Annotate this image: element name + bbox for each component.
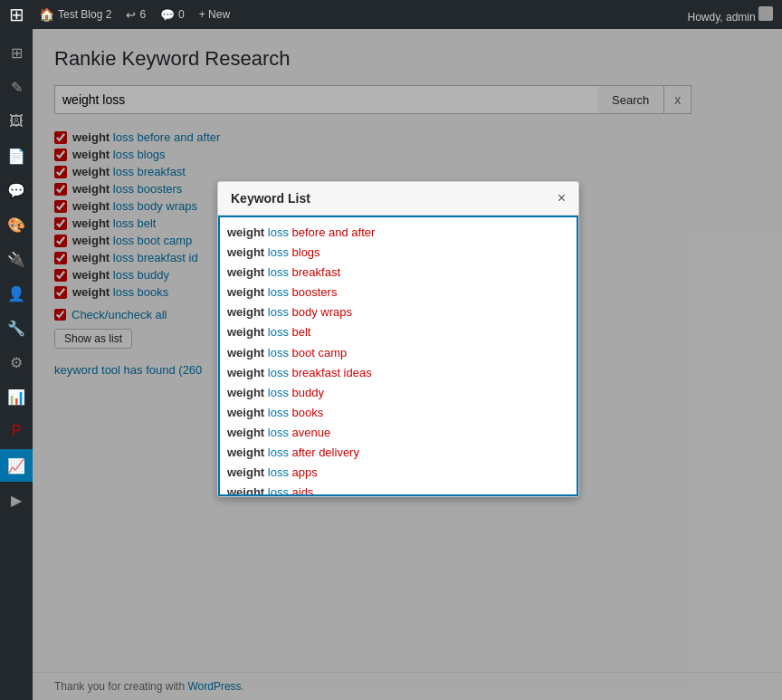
modal-keyword-item-8: weight loss buddy — [227, 383, 569, 403]
modal-keyword-item-1: weight loss blogs — [227, 243, 569, 263]
site-name-bar-item[interactable]: 🏠 Test Blog 2 — [39, 7, 111, 22]
modal-keyword-item-0: weight loss before and after — [227, 223, 569, 243]
modal-keyword-item-3: weight loss boosters — [227, 283, 569, 302]
howdy-text: Howdy, admin — [688, 11, 756, 24]
modal-keyword-item-12: weight loss apps — [227, 463, 569, 483]
sidebar-icon-seo[interactable]: 📊 — [0, 380, 33, 413]
modal-body: weight loss before and afterweight loss … — [218, 216, 578, 496]
comments-bar-item[interactable]: 💬 0 — [160, 8, 185, 22]
new-bar-item[interactable]: + New — [199, 8, 230, 21]
modal-keyword-item-6: weight loss boot camp — [227, 343, 569, 363]
revisions-bar-item[interactable]: ↩ 6 — [126, 8, 146, 22]
modal-keyword-item-11: weight loss after delivery — [227, 443, 569, 463]
sidebar-icon-pinterest[interactable]: P — [0, 415, 33, 447]
modal-keyword-item-7: weight loss breakfast ideas — [227, 363, 569, 383]
sidebar-icon-users[interactable]: 👤 — [0, 277, 33, 310]
modal-keyword-item-2: weight loss breakfast — [227, 263, 569, 283]
revisions-count: 6 — [139, 8, 146, 21]
wp-logo-icon[interactable]: ⊞ — [9, 4, 24, 25]
modal-keyword-item-13: weight loss aids — [227, 483, 569, 496]
avatar[interactable] — [758, 6, 773, 21]
modal-close-button[interactable]: × — [558, 191, 566, 206]
sidebar-icon-dashboard[interactable]: ⊞ — [0, 36, 33, 69]
modal-keyword-item-4: weight loss body wraps — [227, 302, 569, 322]
keyword-list-modal: Keyword List × weight loss before and af… — [217, 181, 579, 497]
sidebar-icon-settings[interactable]: ⚙ — [0, 346, 33, 379]
admin-bar: ⊞ 🏠 Test Blog 2 ↩ 6 💬 0 + New Howdy, adm… — [0, 0, 782, 29]
sidebar-icon-plugins[interactable]: 🔌 — [0, 243, 33, 275]
sidebar-icon-rankie[interactable]: 📈 — [0, 449, 33, 482]
sidebar-icon-misc[interactable]: ▶ — [0, 484, 33, 516]
new-label: + New — [199, 8, 230, 21]
sidebar-icon-pages[interactable]: 📄 — [0, 139, 33, 172]
sidebar: ⊞ ✎ 🖼 📄 💬 🎨 🔌 👤 🔧 ⚙ 📊 P 📈 ▶ — [0, 29, 33, 700]
comments-count: 0 — [178, 8, 185, 21]
modal-overlay[interactable]: Keyword List × weight loss before and af… — [0, 0, 782, 700]
site-name: Test Blog 2 — [58, 8, 111, 21]
sidebar-icon-media[interactable]: 🖼 — [0, 105, 33, 138]
sidebar-icon-posts[interactable]: ✎ — [0, 71, 33, 103]
modal-keyword-item-5: weight loss belt — [227, 322, 569, 342]
modal-title: Keyword List — [231, 191, 310, 206]
sidebar-icon-appearance[interactable]: 🎨 — [0, 208, 33, 241]
sidebar-icon-tools[interactable]: 🔧 — [0, 312, 33, 344]
modal-header: Keyword List × — [218, 182, 578, 216]
sidebar-icon-comments[interactable]: 💬 — [0, 174, 33, 206]
modal-keyword-item-9: weight loss books — [227, 403, 569, 423]
admin-bar-right: Howdy, admin — [688, 6, 773, 24]
modal-keyword-item-10: weight loss avenue — [227, 423, 569, 443]
modal-keyword-textarea[interactable]: weight loss before and afterweight loss … — [218, 216, 578, 496]
